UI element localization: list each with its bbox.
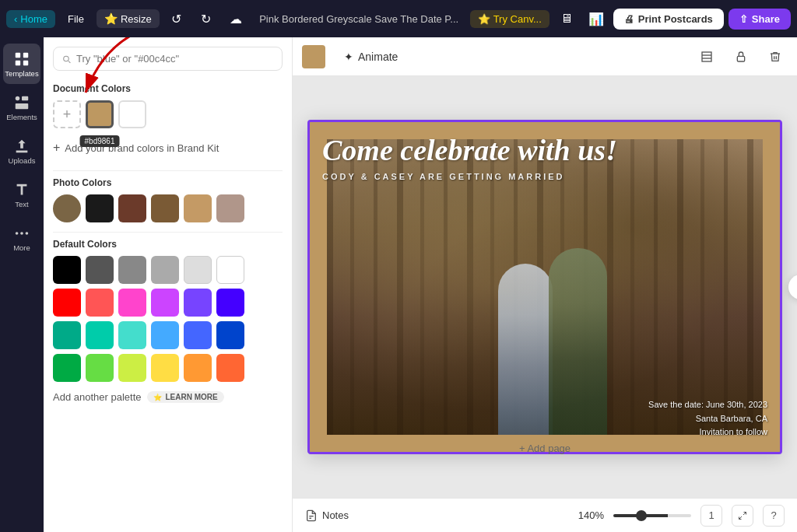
photo-color-1[interactable] — [86, 194, 114, 222]
default-color-cyan[interactable] — [118, 321, 146, 349]
svg-rect-5 — [22, 96, 28, 100]
sidebar-item-text[interactable]: Text — [3, 174, 40, 215]
refresh-button[interactable]: ↻ — [788, 275, 797, 299]
default-color-pink[interactable] — [118, 289, 146, 317]
canvas-area: ✦ Animate — [293, 37, 797, 532]
chart-button[interactable]: 📊 — [584, 6, 609, 31]
add-color-button[interactable]: + — [53, 100, 81, 128]
default-color-teal[interactable] — [53, 321, 81, 349]
photo-color-0[interactable] — [53, 194, 81, 222]
photo-color-2[interactable] — [118, 194, 146, 222]
templates-label: Templates — [5, 69, 38, 78]
default-color-lime[interactable] — [86, 354, 114, 382]
file-button[interactable]: File — [60, 10, 92, 28]
home-button[interactable]: ‹ Home — [6, 10, 55, 28]
animate-bar: ✦ Animate — [293, 37, 797, 76]
default-color-blue-dark[interactable] — [216, 289, 244, 317]
plus-icon: + — [53, 141, 60, 155]
photo-color-5[interactable] — [216, 194, 244, 222]
default-color-green[interactable] — [53, 354, 81, 382]
color-swatch-white[interactable] — [118, 100, 146, 128]
main-layout: Templates Elements Uploads Text Mor — [0, 37, 797, 532]
add-palette-label: Add another palette — [53, 391, 141, 403]
default-color-white[interactable] — [216, 256, 244, 284]
page-counter-button[interactable]: 1 — [700, 505, 722, 527]
share-icon: ⇧ — [739, 13, 748, 25]
default-color-coral[interactable] — [86, 289, 114, 317]
postcard-wrapper: Come celebrate with us! CODY & CASEY ARE… — [307, 120, 782, 454]
svg-line-20 — [739, 516, 743, 520]
postcard-date-line1: Save the date: June 30th, 2023 — [648, 398, 767, 412]
left-sidebar: Templates Elements Uploads Text Mor — [0, 37, 44, 532]
color-search-input[interactable] — [76, 53, 274, 65]
sidebar-item-uploads[interactable]: Uploads — [3, 131, 40, 171]
default-color-skyblue[interactable] — [151, 321, 179, 349]
topbar: ‹ Home File ⭐ Resize ↺ ↻ ☁ Pink Bordered… — [0, 0, 797, 37]
sidebar-item-templates[interactable]: Templates — [3, 44, 40, 84]
photo-colors-title: Photo Colors — [53, 177, 283, 188]
color-panel: Document Colors + #bd9861 + — [44, 37, 293, 532]
zoom-slider-wrap — [613, 514, 691, 517]
default-color-navy[interactable] — [216, 321, 244, 349]
fullscreen-button[interactable] — [732, 505, 753, 527]
color-preview-swatch[interactable] — [302, 45, 325, 68]
undo-button[interactable]: ↺ — [164, 6, 189, 31]
zoom-slider[interactable] — [613, 514, 691, 517]
cloud-save-button[interactable]: ☁ — [223, 6, 248, 31]
default-color-violet[interactable] — [151, 289, 179, 317]
sidebar-item-elements[interactable]: Elements — [3, 87, 40, 128]
postcard-subtitle: CODY & CASEY ARE GETTING MARRIED — [322, 172, 767, 181]
try-canva-button[interactable]: ⭐ Try Canv... — [470, 10, 549, 28]
animate-button[interactable]: ✦ Animate — [335, 46, 407, 68]
more-icon — [13, 225, 30, 242]
document-colors-title: Document Colors — [53, 83, 283, 94]
postcard-headline: Come celebrate with us! — [322, 135, 767, 167]
svg-point-7 — [16, 232, 19, 235]
redo-button[interactable]: ↻ — [194, 6, 219, 31]
resize-button[interactable]: ⭐ Resize — [97, 9, 160, 28]
bottom-bar: Notes 140% 1 ? — [293, 498, 797, 532]
learn-more-badge[interactable]: ⭐ LEARN MORE — [147, 391, 223, 403]
photo-colors-grid — [53, 194, 283, 222]
default-color-darkgray[interactable] — [86, 256, 114, 284]
lock-button[interactable] — [729, 44, 753, 69]
default-color-gray[interactable] — [118, 256, 146, 284]
print-postcards-button[interactable]: 🖨 Print Postcards — [613, 9, 724, 30]
delete-button[interactable] — [763, 44, 788, 69]
search-bar[interactable] — [53, 47, 283, 71]
svg-point-9 — [26, 232, 29, 235]
default-color-red[interactable] — [53, 289, 81, 317]
canvas-viewport[interactable]: Come celebrate with us! CODY & CASEY ARE… — [293, 76, 797, 498]
postcard-design[interactable]: Come celebrate with us! CODY & CASEY ARE… — [307, 120, 782, 454]
default-color-verylightgray[interactable] — [184, 256, 212, 284]
photo-color-3[interactable] — [151, 194, 179, 222]
notes-button[interactable]: Notes — [305, 509, 349, 522]
default-color-black[interactable] — [53, 256, 81, 284]
share-button[interactable]: ⇧ Share — [729, 9, 791, 30]
elements-icon — [13, 94, 30, 111]
default-color-orange-red[interactable] — [216, 354, 244, 382]
color-swatch-bd9861[interactable] — [86, 100, 114, 128]
svg-point-8 — [20, 232, 23, 235]
divider-1 — [53, 170, 283, 171]
help-button[interactable]: ? — [763, 505, 785, 527]
search-icon — [61, 54, 72, 65]
default-color-purple[interactable] — [184, 289, 212, 317]
sidebar-item-more[interactable]: More — [3, 218, 40, 258]
default-color-yellow[interactable] — [151, 354, 179, 382]
default-color-lightgray[interactable] — [151, 256, 179, 284]
photo-color-4[interactable] — [184, 194, 212, 222]
default-color-yellow-green[interactable] — [118, 354, 146, 382]
add-palette-row[interactable]: Add another palette ⭐ LEARN MORE — [53, 391, 283, 403]
default-color-orange[interactable] — [184, 354, 212, 382]
uploads-label: Uploads — [9, 156, 36, 165]
default-color-blue[interactable] — [184, 321, 212, 349]
print-icon: 🖨 — [624, 13, 634, 25]
monitor-icon-button[interactable]: 🖥 — [554, 6, 579, 31]
svg-rect-1 — [23, 52, 28, 57]
position-button[interactable] — [694, 44, 719, 69]
default-color-mint[interactable] — [86, 321, 114, 349]
postcard-date-line2: Santa Barbara, CA — [648, 412, 767, 426]
star-icon: ⭐ — [478, 13, 490, 25]
add-page-button[interactable]: + Add page — [293, 433, 797, 459]
